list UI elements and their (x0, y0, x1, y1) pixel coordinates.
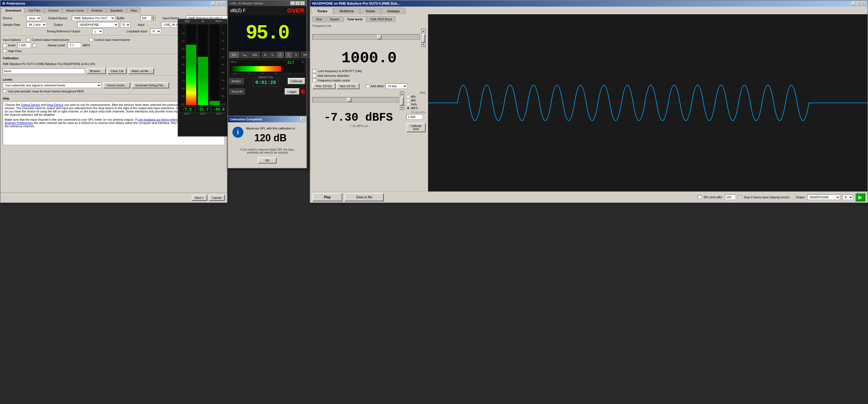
level-down-arrow[interactable]: ▼ (400, 105, 404, 110)
spl-sel-btn[interactable]: SEL (250, 52, 260, 58)
minmax-btn[interactable]: MinMax (229, 78, 244, 84)
freq-up-arrow[interactable]: ▲ (422, 29, 425, 33)
spl-c-btn[interactable]: C (269, 52, 276, 58)
spl-f-btn[interactable]: F (285, 52, 292, 58)
dbu-radio[interactable] (406, 95, 410, 98)
save-to-file-btn[interactable]: Save to file (344, 193, 384, 201)
check-levels-button[interactable]: Check Levels... (103, 82, 130, 88)
invert-checkbox[interactable] (3, 44, 6, 47)
tab-housecurve[interactable]: House Curve (62, 8, 87, 13)
dither-select[interactable]: 24 bits (385, 83, 407, 89)
calibrate-level-button[interactable]: Calibratelevel (406, 123, 426, 132)
browse-button[interactable]: Browse... (87, 68, 106, 74)
control-output-checkbox[interactable] (26, 38, 30, 41)
freq-down-arrow[interactable]: ▼ (422, 42, 425, 47)
spl-minimize[interactable]: _ (290, 1, 295, 5)
levels-dropdown[interactable]: Use subwoofer test signal to check/set l… (3, 83, 101, 88)
spl-a-btn[interactable]: A (262, 52, 269, 58)
sub-tab-square[interactable]: Square (326, 17, 343, 22)
highpass-checkbox[interactable] (3, 49, 6, 53)
sub-tab-toneburst[interactable]: Tone burst (344, 17, 366, 22)
sub-tab-cea[interactable]: CEA-2010 Burst (367, 17, 396, 22)
logger-btn[interactable]: Logger (285, 88, 300, 95)
spl-hp-btn[interactable]: HP (301, 52, 310, 58)
waveform-area (428, 14, 867, 192)
buffer-up[interactable]: ▲ (151, 16, 155, 18)
output-ch-select[interactable]: R (120, 22, 130, 27)
dbfs-radio[interactable] (406, 107, 410, 110)
debug-button[interactable]: Generate Debug File... (132, 82, 169, 88)
hp-tab-noise[interactable]: Noise (360, 8, 381, 14)
output-select[interactable]: HEADPHONE (77, 22, 118, 27)
calibrate-spl-btn[interactable]: Calibrate (288, 78, 305, 84)
spl-spl-btn[interactable]: SPL (229, 52, 239, 58)
minimize-button[interactable]: _ (211, 2, 215, 5)
spl-limit-checkbox[interactable] (698, 195, 701, 199)
level-slider[interactable] (312, 97, 399, 103)
hp-maximize[interactable]: □ (857, 2, 861, 5)
maximize-button[interactable]: □ (216, 2, 220, 5)
drivers-select[interactable]: Java (26, 16, 41, 21)
volts-radio[interactable] (406, 103, 410, 106)
cal-dialog-close[interactable]: × (300, 117, 305, 121)
lock-freq-checkbox[interactable] (312, 69, 316, 73)
tab-soundcard[interactable]: Soundcard (2, 8, 24, 13)
output-bottom-select[interactable]: HEADPHONE (807, 195, 840, 200)
prev-oct-btn[interactable]: Prev. 1/3 Oct. (312, 83, 336, 89)
buffer-input[interactable] (140, 16, 151, 21)
hp-minimize[interactable]: _ (851, 2, 856, 5)
input-device-link[interactable]: Input Device (47, 103, 64, 107)
freq-slider[interactable] (312, 34, 420, 40)
add-harmonic-checkbox[interactable] (312, 74, 316, 77)
next-oct-btn[interactable]: Next 1/3 Oct. (337, 83, 359, 89)
hp-tab-multitone[interactable]: Multitone (334, 8, 360, 14)
make-cal-button[interactable]: Make cal file... (128, 68, 154, 74)
sweep-level-input[interactable] (67, 42, 81, 48)
tab-view[interactable]: View (127, 8, 141, 13)
hp-tab-sweeps[interactable]: Sweeps (381, 8, 405, 14)
stop-clip-checkbox[interactable]: ✓ (738, 195, 742, 199)
tab-analysis[interactable]: Analysis (88, 8, 106, 13)
level-scroll-thumb[interactable] (400, 97, 404, 105)
next-button[interactable]: Next > (192, 195, 207, 201)
invert-input[interactable] (17, 42, 31, 48)
cancel-button[interactable]: Cancel (209, 195, 225, 201)
sub-tab-sine[interactable]: Sine (312, 17, 326, 22)
spl-close[interactable]: × (300, 1, 305, 5)
play-section-btn[interactable]: Play (312, 193, 342, 201)
tab-equaliser[interactable]: Equaliser (106, 8, 126, 13)
reset-all-btn[interactable]: Reset All (229, 89, 245, 95)
close-button[interactable]: × (221, 2, 225, 5)
freq-scroll-thumb[interactable] (422, 34, 425, 42)
loopback-link[interactable]: Use loopback as timing reference (137, 118, 182, 121)
spl-s-btn[interactable]: S (293, 52, 300, 58)
fs-sine-input[interactable] (406, 114, 423, 120)
analysis-prefs-link[interactable]: Analysis Preferences (5, 121, 33, 124)
invert-check2[interactable] (33, 44, 36, 47)
spl-limit-input[interactable] (725, 195, 736, 200)
hp-tab-tones[interactable]: Tones (311, 8, 333, 14)
loopback-select[interactable]: R (150, 29, 161, 34)
clear-cal-button[interactable]: Clear Cal (107, 68, 127, 74)
cal-ok-button[interactable]: OK (258, 157, 277, 164)
output-ch-bottom-select[interactable]: R (842, 195, 853, 200)
sample-rate-select[interactable]: 44.1 kHz (26, 22, 46, 27)
play-button[interactable]: ▶ (856, 193, 865, 201)
level-up-arrow[interactable]: ▲ (400, 92, 404, 96)
tab-comms[interactable]: Comms (44, 8, 62, 13)
timing-ref-select[interactable]: L (92, 29, 103, 34)
hp-close[interactable]: × (861, 2, 866, 5)
tab-calfiles[interactable]: Cal Files (25, 8, 44, 13)
spl-z-btn[interactable]: Z (277, 52, 284, 58)
buffer-down[interactable]: ▼ (151, 18, 155, 21)
freq-tracks-checkbox[interactable] (312, 79, 316, 82)
pink-noise-checkbox[interactable] (3, 89, 6, 93)
spl-maximize[interactable]: □ (296, 1, 300, 5)
spl-leq-btn[interactable]: Leq (240, 52, 249, 58)
output-device-link[interactable]: Output Device (21, 103, 40, 107)
cal-file-input[interactable] (3, 68, 85, 74)
dbv-radio[interactable] (406, 99, 410, 102)
control-input-checkbox[interactable] (89, 38, 93, 41)
output-device-select[interactable]: RME Babyface Pro OUT... (72, 16, 115, 21)
add-dither-checkbox[interactable] (366, 84, 369, 88)
